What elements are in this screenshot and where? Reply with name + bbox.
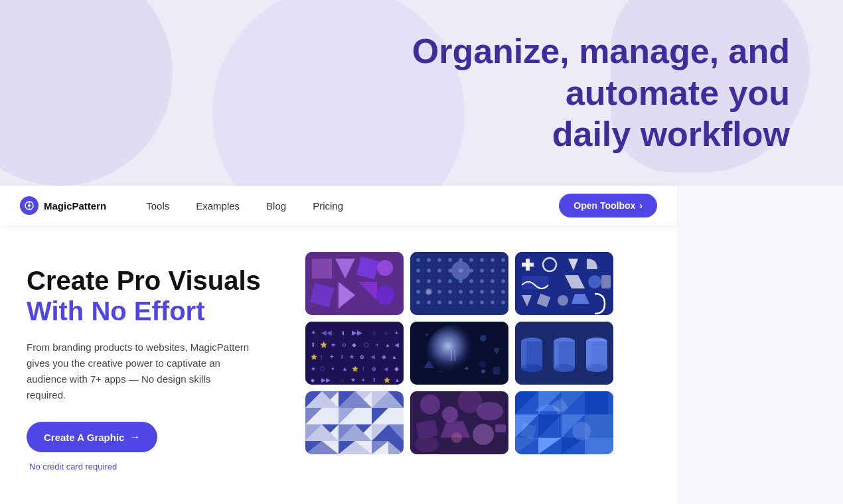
svg-rect-141 xyxy=(586,342,591,368)
svg-point-55 xyxy=(469,300,473,304)
grid-item-7[interactable] xyxy=(305,391,404,454)
headline-1: Create Pro Visuals xyxy=(27,265,279,296)
svg-text:◆: ◆ xyxy=(352,342,356,348)
logo-text: MagicPattern xyxy=(44,200,106,212)
svg-text:◆: ◆ xyxy=(311,377,315,383)
svg-rect-140 xyxy=(554,342,559,368)
svg-point-31 xyxy=(501,269,505,273)
svg-text:↑: ↑ xyxy=(362,365,365,372)
grid-item-5[interactable]: || ✦ → xyxy=(410,322,508,385)
grid-item-8[interactable] xyxy=(410,391,508,454)
navbar: MagicPattern Tools Examples Blog Pricing… xyxy=(0,186,677,225)
copy-description: From branding products to websites, Magi… xyxy=(27,340,252,403)
svg-point-45 xyxy=(459,290,463,294)
svg-point-8 xyxy=(377,260,393,276)
svg-point-48 xyxy=(491,290,495,294)
svg-text:⭐: ⭐ xyxy=(384,377,390,383)
svg-rect-179 xyxy=(416,420,438,440)
svg-text:✿: ✿ xyxy=(360,354,364,360)
svg-point-178 xyxy=(477,402,503,420)
svg-point-40 xyxy=(501,279,505,283)
svg-point-46 xyxy=(469,290,473,294)
svg-text:||: || xyxy=(450,347,456,361)
svg-rect-125 xyxy=(493,367,500,375)
svg-text:→: → xyxy=(437,367,443,375)
svg-point-1 xyxy=(28,204,31,207)
nav-link-pricing[interactable]: Pricing xyxy=(313,200,343,212)
nav-logo[interactable]: MagicPattern xyxy=(20,196,106,215)
svg-point-123 xyxy=(481,369,485,373)
svg-text:✿: ✿ xyxy=(342,342,346,348)
open-toolbox-label: Open Toolbox xyxy=(574,200,635,211)
svg-text:✿: ✿ xyxy=(372,366,376,372)
svg-point-57 xyxy=(491,300,495,304)
svg-text:★: ★ xyxy=(311,365,316,372)
grid-item-4[interactable]: ✦ ◀◀ ⏸ ▶▶ ♫ ☆ ✦ ⬆ ⭐ ★ ✿ ◆ ⬡ ✦ ▲ ◀ ⭐ xyxy=(305,322,404,385)
svg-text:◀: ◀ xyxy=(384,366,388,372)
svg-text:★: ★ xyxy=(350,377,356,383)
svg-point-21 xyxy=(491,258,495,262)
svg-text:⭐: ⭐ xyxy=(352,365,358,372)
svg-point-35 xyxy=(448,279,452,283)
svg-point-53 xyxy=(448,300,452,304)
svg-text:✦: ✦ xyxy=(394,330,399,336)
svg-text:◆: ◆ xyxy=(394,365,399,372)
svg-point-16 xyxy=(437,258,441,262)
nav-link-tools[interactable]: Tools xyxy=(146,200,169,212)
svg-marker-5 xyxy=(312,259,332,279)
grid-item-6[interactable] xyxy=(515,322,613,385)
svg-point-120 xyxy=(480,335,487,342)
svg-text:▶▶: ▶▶ xyxy=(352,329,362,336)
svg-text:◀: ◀ xyxy=(370,353,375,360)
svg-point-50 xyxy=(416,300,420,304)
svg-point-44 xyxy=(448,290,452,294)
svg-marker-197 xyxy=(585,438,613,454)
svg-text:▶▶: ▶▶ xyxy=(321,377,331,383)
svg-point-59 xyxy=(451,261,470,280)
svg-text:◀: ◀ xyxy=(394,342,399,348)
hero-title-line2: daily workflow xyxy=(552,115,790,153)
svg-text:✦: ✦ xyxy=(311,329,316,336)
create-graphic-button[interactable]: Create A Graphic → xyxy=(27,422,157,452)
logo-svg xyxy=(24,200,35,211)
svg-point-175 xyxy=(420,395,440,414)
svg-point-37 xyxy=(469,279,473,283)
svg-point-19 xyxy=(469,258,473,262)
svg-text:♫: ♫ xyxy=(340,377,344,383)
nav-link-examples[interactable]: Examples xyxy=(196,200,240,212)
grid-item-9[interactable] xyxy=(515,391,613,454)
main-content: Create Pro Visuals With No Effort From b… xyxy=(0,225,843,472)
svg-text:✦: ✦ xyxy=(331,366,335,372)
svg-point-182 xyxy=(415,436,439,452)
cta-arrow: → xyxy=(129,431,140,443)
svg-rect-63 xyxy=(522,263,534,267)
open-toolbox-button[interactable]: Open Toolbox › xyxy=(559,194,657,218)
svg-point-17 xyxy=(448,258,452,262)
nav-links: Tools Examples Blog Pricing xyxy=(146,200,559,212)
svg-text:✦: ✦ xyxy=(329,353,335,360)
svg-text:◀◀: ◀◀ xyxy=(321,329,332,336)
svg-point-176 xyxy=(442,407,458,422)
svg-point-39 xyxy=(491,279,495,283)
hero-title: Organize, manage, and automate you daily… xyxy=(312,31,790,155)
headline-2: With No Effort xyxy=(27,296,279,326)
grid-item-2[interactable] xyxy=(410,252,508,315)
svg-point-30 xyxy=(491,269,495,273)
pattern-grid: ✦ ◀◀ ⏸ ▶▶ ♫ ☆ ✦ ⬆ ⭐ ★ ✿ ◆ ⬡ ✦ ▲ ◀ ⭐ xyxy=(305,252,816,454)
svg-point-24 xyxy=(427,269,431,273)
grid-item-1[interactable] xyxy=(305,252,404,315)
grid-item-3[interactable] xyxy=(515,252,613,315)
svg-point-20 xyxy=(480,258,484,262)
svg-text:⭐: ⭐ xyxy=(320,341,328,349)
svg-point-183 xyxy=(451,432,462,443)
svg-text:◆: ◆ xyxy=(382,353,386,360)
svg-text:⬆: ⬆ xyxy=(340,354,345,360)
svg-point-51 xyxy=(427,300,431,304)
svg-point-14 xyxy=(416,258,420,262)
svg-rect-139 xyxy=(521,342,526,368)
logo-icon xyxy=(20,196,38,215)
svg-text:↑: ↑ xyxy=(320,353,323,360)
svg-point-198 xyxy=(572,422,591,440)
svg-point-60 xyxy=(425,288,432,295)
nav-link-blog[interactable]: Blog xyxy=(266,200,286,212)
